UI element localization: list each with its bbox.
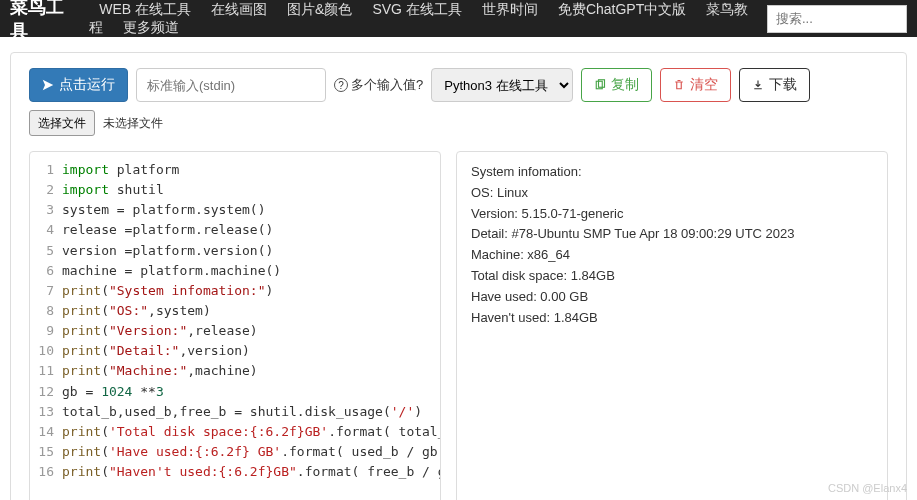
- stdin-input[interactable]: [136, 68, 326, 102]
- nav-link-0[interactable]: WEB 在线工具: [89, 1, 201, 17]
- line-number: 3: [38, 200, 62, 220]
- run-button[interactable]: 点击运行: [29, 68, 128, 102]
- copy-button-label: 复制: [611, 76, 639, 94]
- line-number: 8: [38, 301, 62, 321]
- line-number: 1: [38, 160, 62, 180]
- line-number: 11: [38, 361, 62, 381]
- nav-link-4[interactable]: 世界时间: [472, 1, 548, 17]
- code-text[interactable]: system = platform.system(): [62, 200, 266, 220]
- nav-link-3[interactable]: SVG 在线工具: [362, 1, 471, 17]
- compiler-select[interactable]: Python3 在线工具: [431, 68, 573, 102]
- code-text[interactable]: print("Version:",release): [62, 321, 258, 341]
- line-number: 5: [38, 241, 62, 261]
- line-number: 15: [38, 442, 62, 462]
- nav-link-2[interactable]: 图片&颜色: [277, 1, 362, 17]
- code-line[interactable]: 14print('Total disk space:{:6.2f}GB'.for…: [38, 422, 440, 442]
- nav-link-1[interactable]: 在线画图: [201, 1, 277, 17]
- code-text[interactable]: import platform: [62, 160, 179, 180]
- trash-icon: [673, 79, 685, 91]
- top-navbar: 菜鸟工具 WEB 在线工具在线画图图片&颜色SVG 在线工具世界时间免费Chat…: [0, 0, 917, 37]
- code-text[interactable]: machine = platform.machine(): [62, 261, 281, 281]
- line-number: 10: [38, 341, 62, 361]
- choose-file-button[interactable]: 选择文件: [29, 110, 95, 136]
- code-line[interactable]: 15print('Have used:{:6.2f} GB'.format( u…: [38, 442, 440, 462]
- code-line[interactable]: 12gb = 1024 **3: [38, 382, 440, 402]
- code-line[interactable]: 6machine = platform.machine(): [38, 261, 440, 281]
- download-button-label: 下载: [769, 76, 797, 94]
- output-line: Machine: x86_64: [471, 245, 873, 266]
- code-line[interactable]: 11print("Machine:",machine): [38, 361, 440, 381]
- code-line[interactable]: 9print("Version:",release): [38, 321, 440, 341]
- output-line: OS: Linux: [471, 183, 873, 204]
- clear-button[interactable]: 清空: [660, 68, 731, 102]
- search-input[interactable]: [767, 5, 907, 33]
- line-number: 9: [38, 321, 62, 341]
- output-pane: System infomation:OS: LinuxVersion: 5.15…: [456, 151, 888, 500]
- code-text[interactable]: print('Have used:{:6.2f} GB'.format( use…: [62, 442, 441, 462]
- watermark: CSDN @Elanx4: [828, 482, 907, 494]
- line-number: 14: [38, 422, 62, 442]
- download-icon: [752, 79, 764, 91]
- line-number: 13: [38, 402, 62, 422]
- line-number: 4: [38, 220, 62, 240]
- nav-link-5[interactable]: 免费ChatGPT中文版: [548, 1, 696, 17]
- code-line[interactable]: 3system = platform.system(): [38, 200, 440, 220]
- output-line: Version: 5.15.0-71-generic: [471, 204, 873, 225]
- file-status-label: 未选择文件: [103, 115, 163, 132]
- code-line[interactable]: 5version =platform.version(): [38, 241, 440, 261]
- code-text[interactable]: print("Detail:",version): [62, 341, 250, 361]
- brand-logo[interactable]: 菜鸟工具: [10, 0, 74, 43]
- output-line: Have used: 0.00 GB: [471, 287, 873, 308]
- code-line[interactable]: 16print("Haven't used:{:6.2f}GB".format(…: [38, 462, 440, 482]
- send-icon: [42, 79, 54, 91]
- code-text[interactable]: print('Total disk space:{:6.2f}GB'.forma…: [62, 422, 441, 442]
- code-text[interactable]: version =platform.version(): [62, 241, 273, 261]
- code-text[interactable]: print("Haven't used:{:6.2f}GB".format( f…: [62, 462, 441, 482]
- toolbar: 点击运行 ? 多个输入值? Python3 在线工具 复制 清空 下载: [29, 68, 888, 136]
- output-line: Total disk space: 1.84GB: [471, 266, 873, 287]
- code-text[interactable]: import shutil: [62, 180, 164, 200]
- line-number: 2: [38, 180, 62, 200]
- line-number: 16: [38, 462, 62, 482]
- code-text[interactable]: release =platform.release(): [62, 220, 273, 240]
- multi-input-help[interactable]: ? 多个输入值?: [334, 76, 423, 94]
- line-number: 7: [38, 281, 62, 301]
- code-text[interactable]: print("System infomation:"): [62, 281, 273, 301]
- output-line: System infomation:: [471, 162, 873, 183]
- code-line[interactable]: 8print("OS:",system): [38, 301, 440, 321]
- code-line[interactable]: 7print("System infomation:"): [38, 281, 440, 301]
- line-number: 12: [38, 382, 62, 402]
- help-label: 多个输入值?: [351, 76, 423, 94]
- code-editor[interactable]: 1import platform2import shutil3system = …: [38, 160, 440, 482]
- output-line: Detail: #78-Ubuntu SMP Tue Apr 18 09:00:…: [471, 224, 873, 245]
- code-line[interactable]: 1import platform: [38, 160, 440, 180]
- code-text[interactable]: print("OS:",system): [62, 301, 211, 321]
- download-button[interactable]: 下载: [739, 68, 810, 102]
- clear-button-label: 清空: [690, 76, 718, 94]
- run-button-label: 点击运行: [59, 76, 115, 94]
- code-line[interactable]: 2import shutil: [38, 180, 440, 200]
- copy-button[interactable]: 复制: [581, 68, 652, 102]
- line-number: 6: [38, 261, 62, 281]
- main-panel: 点击运行 ? 多个输入值? Python3 在线工具 复制 清空 下载: [10, 52, 907, 500]
- code-line[interactable]: 4release =platform.release(): [38, 220, 440, 240]
- nav-link-7[interactable]: 更多频道: [113, 19, 189, 35]
- code-text[interactable]: gb = 1024 **3: [62, 382, 164, 402]
- code-line[interactable]: 10print("Detail:",version): [38, 341, 440, 361]
- code-text[interactable]: print("Machine:",machine): [62, 361, 258, 381]
- code-line[interactable]: 13total_b,used_b,free_b = shutil.disk_us…: [38, 402, 440, 422]
- copy-icon: [594, 79, 606, 91]
- output-line: Haven't used: 1.84GB: [471, 308, 873, 329]
- code-text[interactable]: total_b,used_b,free_b = shutil.disk_usag…: [62, 402, 422, 422]
- question-icon: ?: [334, 78, 348, 92]
- code-editor-pane[interactable]: 1import platform2import shutil3system = …: [29, 151, 441, 500]
